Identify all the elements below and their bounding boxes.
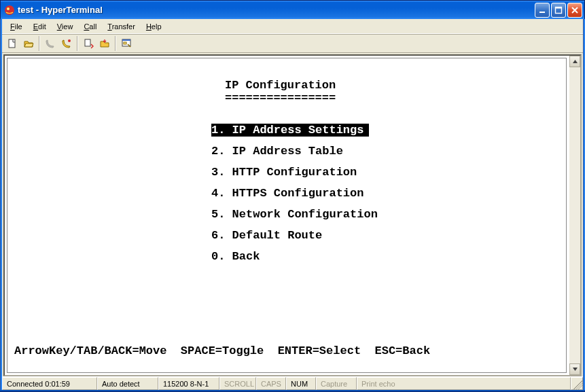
terminal-container: IP Configuration ================ 1. IP … (3, 54, 582, 376)
terminal-title-underline: ================ (225, 92, 559, 105)
status-port: 115200 8-N-1 (158, 377, 219, 390)
status-connected: Connected 0:01:59 (2, 377, 97, 390)
terminal-menu-list: 1. IP Address Settings2. IP Address Tabl… (211, 124, 559, 263)
terminal-menu-item: 6. Default Route (211, 229, 559, 242)
terminal-help-line: ArrowKey/TAB/BACK=Move SPACE=Toggle ENTE… (14, 344, 430, 357)
menu-call[interactable]: Call (78, 21, 102, 32)
status-num: NUM (286, 377, 316, 390)
status-bar: Connected 0:01:59 Auto detect 115200 8-N… (2, 376, 583, 390)
menu-view[interactable]: View (52, 21, 79, 32)
terminal-menu-item: 4. HTTPS Configuration (211, 187, 559, 200)
close-button[interactable] (567, 3, 582, 18)
terminal-menu-item: 3. HTTP Configuration (211, 166, 559, 179)
call-button[interactable] (43, 36, 58, 51)
open-button[interactable] (21, 36, 36, 51)
scroll-down-button[interactable] (569, 363, 580, 375)
app-icon (4, 5, 15, 16)
send-button[interactable] (81, 36, 96, 51)
window-title: test - HyperTerminal (18, 5, 535, 15)
svg-rect-4 (556, 7, 562, 8)
svg-rect-7 (85, 39, 90, 46)
resize-grip[interactable] (571, 377, 583, 390)
svg-rect-9 (122, 39, 130, 41)
title-bar: test - HyperTerminal (0, 0, 585, 19)
svg-rect-5 (9, 39, 15, 48)
menu-file[interactable]: File (5, 21, 28, 32)
properties-button[interactable] (119, 36, 134, 51)
terminal-menu-item: 0. Back (211, 250, 559, 263)
menu-help[interactable]: Help (141, 21, 167, 32)
menu-edit[interactable]: Edit (28, 21, 52, 32)
terminal-menu-item: 2. IP Address Table (211, 145, 559, 158)
minimize-button[interactable] (535, 3, 550, 18)
terminal-output[interactable]: IP Configuration ================ 1. IP … (7, 58, 567, 373)
svg-rect-2 (539, 12, 545, 13)
status-capture: Capture (316, 377, 357, 390)
new-button[interactable] (5, 36, 20, 51)
status-scroll: SCROLL (219, 377, 256, 390)
menu-bar: File Edit View Call Transfer Help (2, 19, 583, 34)
toolbar (2, 34, 583, 53)
vertical-scrollbar[interactable] (569, 56, 580, 375)
scroll-track[interactable] (569, 67, 580, 363)
svg-rect-10 (124, 42, 126, 44)
terminal-menu-item: 5. Network Configuration (211, 208, 559, 221)
scroll-up-button[interactable] (569, 56, 580, 67)
maximize-button[interactable] (551, 3, 566, 18)
terminal-title: IP Configuration (225, 79, 559, 92)
receive-button[interactable] (97, 36, 112, 51)
svg-point-1 (7, 7, 10, 10)
menu-transfer[interactable]: Transfer (102, 21, 141, 32)
status-autodetect: Auto detect (97, 377, 158, 390)
status-caps: CAPS (256, 377, 286, 390)
hangup-button[interactable] (59, 36, 74, 51)
terminal-menu-item: 1. IP Address Settings (211, 124, 369, 137)
status-print-echo: Print echo (357, 377, 571, 390)
svg-point-6 (68, 39, 71, 42)
